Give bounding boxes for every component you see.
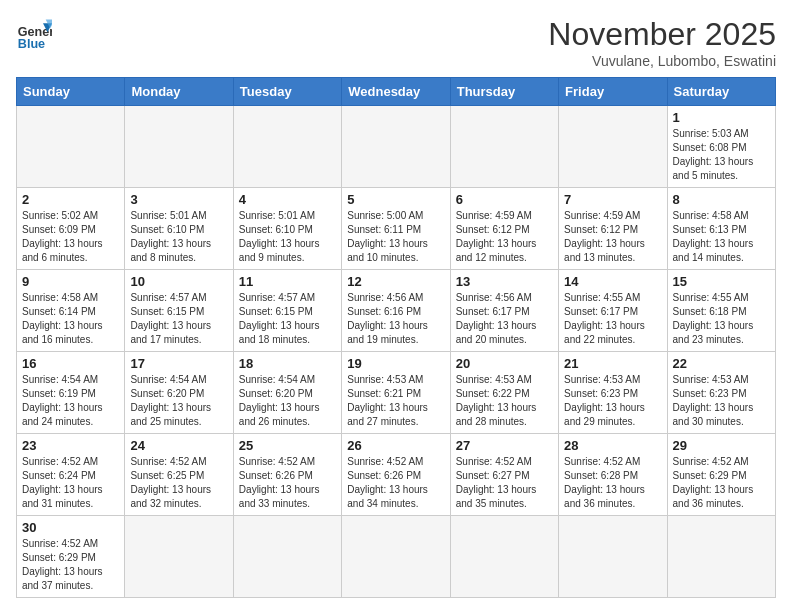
day-number: 5 xyxy=(347,192,444,207)
day-number: 19 xyxy=(347,356,444,371)
calendar-cell xyxy=(559,106,667,188)
day-number: 28 xyxy=(564,438,661,453)
day-info: Sunrise: 4:55 AM Sunset: 6:18 PM Dayligh… xyxy=(673,291,770,347)
calendar-cell xyxy=(450,106,558,188)
day-info: Sunrise: 4:52 AM Sunset: 6:27 PM Dayligh… xyxy=(456,455,553,511)
day-info: Sunrise: 4:56 AM Sunset: 6:16 PM Dayligh… xyxy=(347,291,444,347)
calendar-cell: 8Sunrise: 4:58 AM Sunset: 6:13 PM Daylig… xyxy=(667,188,775,270)
calendar-cell: 14Sunrise: 4:55 AM Sunset: 6:17 PM Dayli… xyxy=(559,270,667,352)
day-number: 24 xyxy=(130,438,227,453)
day-number: 13 xyxy=(456,274,553,289)
calendar-week-row: 9Sunrise: 4:58 AM Sunset: 6:14 PM Daylig… xyxy=(17,270,776,352)
month-title: November 2025 xyxy=(548,16,776,53)
day-info: Sunrise: 4:52 AM Sunset: 6:29 PM Dayligh… xyxy=(673,455,770,511)
weekday-header-monday: Monday xyxy=(125,78,233,106)
weekday-header-row: SundayMondayTuesdayWednesdayThursdayFrid… xyxy=(17,78,776,106)
calendar-cell: 9Sunrise: 4:58 AM Sunset: 6:14 PM Daylig… xyxy=(17,270,125,352)
day-info: Sunrise: 4:52 AM Sunset: 6:24 PM Dayligh… xyxy=(22,455,119,511)
day-info: Sunrise: 4:53 AM Sunset: 6:23 PM Dayligh… xyxy=(564,373,661,429)
calendar-cell xyxy=(125,516,233,598)
calendar-table: SundayMondayTuesdayWednesdayThursdayFrid… xyxy=(16,77,776,598)
calendar-cell xyxy=(233,516,341,598)
day-number: 3 xyxy=(130,192,227,207)
calendar-cell: 25Sunrise: 4:52 AM Sunset: 6:26 PM Dayli… xyxy=(233,434,341,516)
calendar-cell: 23Sunrise: 4:52 AM Sunset: 6:24 PM Dayli… xyxy=(17,434,125,516)
calendar-cell xyxy=(342,516,450,598)
day-number: 15 xyxy=(673,274,770,289)
day-number: 21 xyxy=(564,356,661,371)
day-info: Sunrise: 4:52 AM Sunset: 6:26 PM Dayligh… xyxy=(239,455,336,511)
calendar-cell: 19Sunrise: 4:53 AM Sunset: 6:21 PM Dayli… xyxy=(342,352,450,434)
calendar-cell xyxy=(342,106,450,188)
day-info: Sunrise: 5:03 AM Sunset: 6:08 PM Dayligh… xyxy=(673,127,770,183)
day-number: 6 xyxy=(456,192,553,207)
weekday-header-tuesday: Tuesday xyxy=(233,78,341,106)
day-info: Sunrise: 4:53 AM Sunset: 6:21 PM Dayligh… xyxy=(347,373,444,429)
calendar-cell: 4Sunrise: 5:01 AM Sunset: 6:10 PM Daylig… xyxy=(233,188,341,270)
calendar-cell: 26Sunrise: 4:52 AM Sunset: 6:26 PM Dayli… xyxy=(342,434,450,516)
calendar-cell: 18Sunrise: 4:54 AM Sunset: 6:20 PM Dayli… xyxy=(233,352,341,434)
day-info: Sunrise: 4:58 AM Sunset: 6:13 PM Dayligh… xyxy=(673,209,770,265)
calendar-cell: 5Sunrise: 5:00 AM Sunset: 6:11 PM Daylig… xyxy=(342,188,450,270)
page-header: General Blue November 2025 Vuvulane, Lub… xyxy=(16,16,776,69)
calendar-cell: 28Sunrise: 4:52 AM Sunset: 6:28 PM Dayli… xyxy=(559,434,667,516)
day-number: 30 xyxy=(22,520,119,535)
calendar-cell: 2Sunrise: 5:02 AM Sunset: 6:09 PM Daylig… xyxy=(17,188,125,270)
day-number: 23 xyxy=(22,438,119,453)
day-number: 22 xyxy=(673,356,770,371)
day-info: Sunrise: 4:55 AM Sunset: 6:17 PM Dayligh… xyxy=(564,291,661,347)
calendar-cell: 7Sunrise: 4:59 AM Sunset: 6:12 PM Daylig… xyxy=(559,188,667,270)
calendar-cell xyxy=(450,516,558,598)
weekday-header-thursday: Thursday xyxy=(450,78,558,106)
calendar-week-row: 16Sunrise: 4:54 AM Sunset: 6:19 PM Dayli… xyxy=(17,352,776,434)
day-number: 26 xyxy=(347,438,444,453)
day-number: 14 xyxy=(564,274,661,289)
calendar-cell: 10Sunrise: 4:57 AM Sunset: 6:15 PM Dayli… xyxy=(125,270,233,352)
calendar-cell: 13Sunrise: 4:56 AM Sunset: 6:17 PM Dayli… xyxy=(450,270,558,352)
calendar-cell xyxy=(233,106,341,188)
calendar-week-row: 30Sunrise: 4:52 AM Sunset: 6:29 PM Dayli… xyxy=(17,516,776,598)
calendar-cell: 22Sunrise: 4:53 AM Sunset: 6:23 PM Dayli… xyxy=(667,352,775,434)
day-number: 2 xyxy=(22,192,119,207)
day-number: 16 xyxy=(22,356,119,371)
day-info: Sunrise: 4:54 AM Sunset: 6:19 PM Dayligh… xyxy=(22,373,119,429)
day-number: 17 xyxy=(130,356,227,371)
day-number: 8 xyxy=(673,192,770,207)
day-info: Sunrise: 4:59 AM Sunset: 6:12 PM Dayligh… xyxy=(564,209,661,265)
calendar-cell: 17Sunrise: 4:54 AM Sunset: 6:20 PM Dayli… xyxy=(125,352,233,434)
calendar-week-row: 1Sunrise: 5:03 AM Sunset: 6:08 PM Daylig… xyxy=(17,106,776,188)
day-info: Sunrise: 4:59 AM Sunset: 6:12 PM Dayligh… xyxy=(456,209,553,265)
day-info: Sunrise: 4:52 AM Sunset: 6:26 PM Dayligh… xyxy=(347,455,444,511)
day-number: 9 xyxy=(22,274,119,289)
day-number: 27 xyxy=(456,438,553,453)
calendar-cell: 6Sunrise: 4:59 AM Sunset: 6:12 PM Daylig… xyxy=(450,188,558,270)
day-info: Sunrise: 4:57 AM Sunset: 6:15 PM Dayligh… xyxy=(130,291,227,347)
day-number: 29 xyxy=(673,438,770,453)
calendar-cell: 16Sunrise: 4:54 AM Sunset: 6:19 PM Dayli… xyxy=(17,352,125,434)
location-subtitle: Vuvulane, Lubombo, Eswatini xyxy=(548,53,776,69)
svg-text:Blue: Blue xyxy=(18,37,45,51)
day-number: 12 xyxy=(347,274,444,289)
weekday-header-sunday: Sunday xyxy=(17,78,125,106)
calendar-cell: 12Sunrise: 4:56 AM Sunset: 6:16 PM Dayli… xyxy=(342,270,450,352)
day-info: Sunrise: 4:54 AM Sunset: 6:20 PM Dayligh… xyxy=(130,373,227,429)
calendar-cell xyxy=(667,516,775,598)
calendar-cell xyxy=(125,106,233,188)
day-number: 25 xyxy=(239,438,336,453)
calendar-week-row: 23Sunrise: 4:52 AM Sunset: 6:24 PM Dayli… xyxy=(17,434,776,516)
calendar-cell: 11Sunrise: 4:57 AM Sunset: 6:15 PM Dayli… xyxy=(233,270,341,352)
day-info: Sunrise: 5:00 AM Sunset: 6:11 PM Dayligh… xyxy=(347,209,444,265)
day-info: Sunrise: 4:56 AM Sunset: 6:17 PM Dayligh… xyxy=(456,291,553,347)
calendar-cell xyxy=(17,106,125,188)
weekday-header-wednesday: Wednesday xyxy=(342,78,450,106)
day-number: 1 xyxy=(673,110,770,125)
calendar-cell: 1Sunrise: 5:03 AM Sunset: 6:08 PM Daylig… xyxy=(667,106,775,188)
calendar-cell xyxy=(559,516,667,598)
day-info: Sunrise: 5:01 AM Sunset: 6:10 PM Dayligh… xyxy=(130,209,227,265)
day-info: Sunrise: 4:58 AM Sunset: 6:14 PM Dayligh… xyxy=(22,291,119,347)
day-info: Sunrise: 4:57 AM Sunset: 6:15 PM Dayligh… xyxy=(239,291,336,347)
day-number: 11 xyxy=(239,274,336,289)
calendar-cell: 15Sunrise: 4:55 AM Sunset: 6:18 PM Dayli… xyxy=(667,270,775,352)
day-info: Sunrise: 5:02 AM Sunset: 6:09 PM Dayligh… xyxy=(22,209,119,265)
day-number: 4 xyxy=(239,192,336,207)
